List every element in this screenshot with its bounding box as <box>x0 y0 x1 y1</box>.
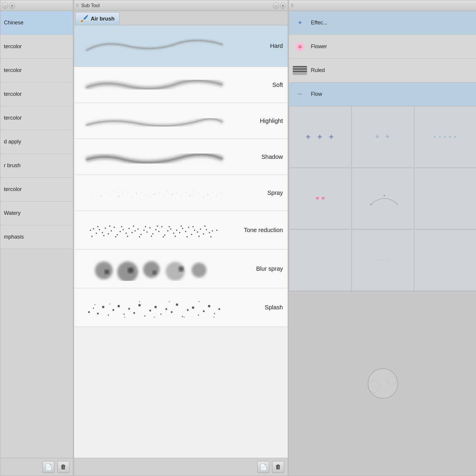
svg-point-69 <box>179 232 180 233</box>
svg-point-98 <box>192 226 194 227</box>
tool-label: mphasis <box>4 234 24 240</box>
effect-item-flower[interactable]: 🌸 Flower <box>289 35 476 59</box>
effect-cell-sparkle2[interactable]: ✦ ✦ <box>352 106 414 168</box>
brush-item-highlight[interactable]: Highlight <box>74 103 288 139</box>
subtool-close-button[interactable]: ✕ <box>280 3 286 9</box>
tool-item-watercolor2[interactable]: tercolor <box>0 59 73 82</box>
tool-item-hard-apply[interactable]: d apply <box>0 130 73 154</box>
tool-list: Chinese tercolor tercolor tercolor terco… <box>0 11 73 458</box>
effect-cell-circles2[interactable]: ○○○○○ <box>352 229 414 291</box>
svg-point-41 <box>96 233 97 234</box>
tool-item-chinese[interactable]: Chinese <box>0 11 73 35</box>
svg-point-5 <box>114 191 115 192</box>
svg-point-39 <box>90 230 91 231</box>
svg-point-128 <box>171 311 173 313</box>
brush-item-blur-spray[interactable]: Blur spray <box>74 250 288 288</box>
brush-item-hard[interactable]: Hard <box>74 25 288 67</box>
hearts-icon: ♥ ♥ <box>315 195 325 202</box>
effect-cell-circles1[interactable]: ○ ○ ○ <box>289 229 352 291</box>
svg-point-110 <box>152 270 156 275</box>
tool-label: r brush <box>4 162 21 169</box>
svg-point-86 <box>121 226 122 227</box>
svg-point-43 <box>102 232 103 233</box>
svg-point-78 <box>206 229 207 230</box>
svg-point-63 <box>161 226 162 227</box>
effect-item-effects[interactable]: ✦ Effec... <box>289 11 476 35</box>
effect-item-flow[interactable]: 〜 Flow <box>289 82 476 106</box>
new-brush-button[interactable]: 📄 <box>257 461 269 473</box>
svg-point-24 <box>199 192 199 193</box>
brush-name-soft: Soft <box>272 82 283 88</box>
effect-cell-arc[interactable] <box>352 168 414 229</box>
svg-point-18 <box>172 194 173 195</box>
delete-tool-button[interactable]: 🗑 <box>57 461 69 473</box>
svg-point-139 <box>109 303 110 304</box>
svg-point-3 <box>105 193 106 194</box>
subtool-titlebar: ⠿ Sub Tool – ✕ <box>74 0 288 11</box>
tool-item-watery[interactable]: Watery <box>0 201 73 225</box>
brush-item-soft[interactable]: Soft <box>74 67 288 103</box>
ruled-icon <box>293 66 307 75</box>
svg-point-148 <box>383 195 385 196</box>
effect-cell-dots[interactable]: · · · · · · <box>414 168 476 229</box>
subtool-title: Sub Tool <box>81 3 100 8</box>
svg-point-104 <box>117 262 138 281</box>
svg-point-71 <box>185 231 186 232</box>
svg-point-146 <box>214 317 214 317</box>
svg-point-87 <box>127 236 128 237</box>
airbrush-tab[interactable]: 🖌️ Air brush <box>75 12 120 25</box>
svg-point-60 <box>152 233 154 234</box>
tool-item-color-brush[interactable]: r brush <box>0 154 73 178</box>
effect-cell-hearts[interactable]: ♥ ♥ <box>289 168 352 229</box>
sparkle-cell-icon3: ✦✦✦✦✦ <box>433 134 458 140</box>
svg-point-19 <box>176 193 177 194</box>
airbrush-icon: 🖌️ <box>80 15 88 23</box>
brush-item-tone-reduction[interactable]: Tone reduction <box>74 211 288 250</box>
close-button[interactable]: ✕ <box>9 3 15 9</box>
svg-point-122 <box>138 304 141 306</box>
brush-item-spray[interactable]: Spray <box>74 175 288 211</box>
brush-stroke-soft <box>80 73 229 97</box>
flower-icon: 🌸 <box>295 42 305 51</box>
svg-point-68 <box>176 230 177 231</box>
new-tool-button[interactable]: 📄 <box>43 461 54 473</box>
delete-brush-button[interactable]: 🗑 <box>272 461 284 473</box>
minimize-button[interactable]: – <box>2 3 8 9</box>
svg-point-111 <box>178 266 184 272</box>
tool-item-emphasis[interactable]: mphasis <box>0 225 73 249</box>
tool-item-watercolor3[interactable]: tercolor <box>0 82 73 106</box>
right-drag-handle-icon: ⠿ <box>291 3 294 8</box>
svg-point-27 <box>212 192 213 192</box>
effect-cell-sparkle3[interactable]: ✦✦✦✦✦ <box>414 106 476 168</box>
svg-point-31 <box>107 190 107 190</box>
svg-point-23 <box>194 194 195 194</box>
brush-stroke-tone-reduction <box>80 218 229 242</box>
svg-point-89 <box>139 236 140 237</box>
subtool-footer: 📄 🗑 <box>74 458 288 476</box>
flower-label: Flower <box>311 43 327 50</box>
left-panel: – ✕ Chinese tercolor tercolor tercolor t… <box>0 0 73 476</box>
svg-point-45 <box>108 233 109 234</box>
tool-item-watercolor5[interactable]: tercolor <box>0 178 73 201</box>
circles-sm-icon: ○○○○○ <box>376 258 390 262</box>
subtool-panel: ⠿ Sub Tool – ✕ 🖌️ Air brush <box>74 0 288 476</box>
svg-point-84 <box>109 226 110 227</box>
brush-item-shadow[interactable]: Shadow <box>74 139 288 175</box>
sparkle-icon: ✦ <box>297 19 303 27</box>
effect-cell-sparkle1[interactable]: ✦ ✦ ✦ <box>289 106 352 168</box>
svg-point-121 <box>133 312 135 314</box>
svg-point-95 <box>175 236 176 237</box>
tool-item-watercolor4[interactable]: tercolor <box>0 106 73 130</box>
svg-point-51 <box>126 233 127 234</box>
svg-point-20 <box>181 196 181 197</box>
right-titlebar-left: ⠿ <box>291 3 295 8</box>
subtool-minimize-button[interactable]: – <box>273 3 279 9</box>
svg-point-42 <box>99 229 100 230</box>
brush-preview-splash <box>74 290 288 325</box>
brush-name-blur-spray: Blur spray <box>256 265 283 272</box>
svg-point-25 <box>203 197 204 197</box>
airbrush-tab-label: Air brush <box>91 16 115 22</box>
tool-item-watercolor1[interactable]: tercolor <box>0 35 73 59</box>
brush-item-splash[interactable]: Splash <box>74 288 288 327</box>
effect-item-ruled[interactable]: Ruled <box>289 59 476 82</box>
